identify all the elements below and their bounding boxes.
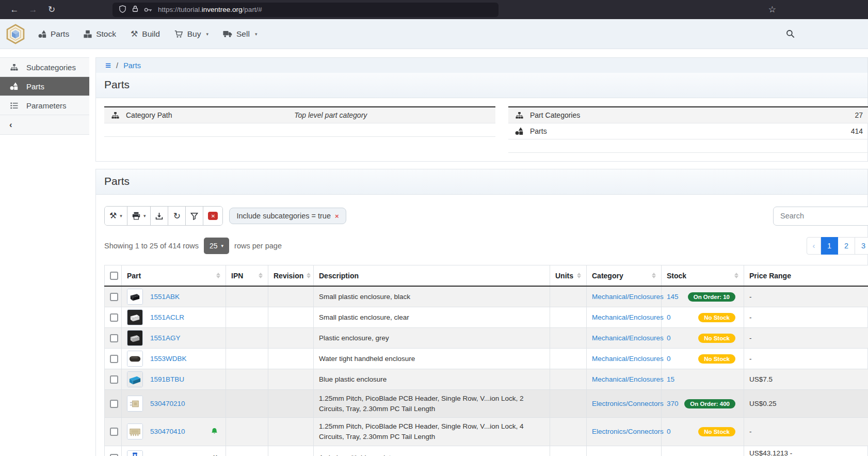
- url-bar[interactable]: https://tutorial.inventree.org/part/#: [112, 3, 499, 17]
- print-button[interactable]: ▾: [127, 207, 151, 225]
- category-link[interactable]: Mechanical/Enclosures: [592, 375, 664, 383]
- description-cell: Small plastic enclosure, black: [314, 286, 550, 307]
- forward-icon[interactable]: →: [24, 5, 42, 15]
- part-thumbnail[interactable]: [127, 289, 143, 305]
- stock-link[interactable]: 15: [667, 375, 674, 383]
- nav-item-buy[interactable]: Buy▾: [174, 29, 208, 39]
- sidebar-item-subcategories[interactable]: Subcategories: [0, 58, 89, 77]
- row-checkbox[interactable]: [110, 454, 118, 456]
- tools-icon: ⚒: [212, 454, 218, 456]
- description-cell: Water tight handheld enclosure: [314, 349, 550, 369]
- part-link[interactable]: 1591BTBU: [150, 375, 184, 383]
- part-thumbnail[interactable]: [127, 330, 143, 346]
- sort-icon[interactable]: [303, 273, 311, 278]
- inventree-logo[interactable]: [5, 24, 26, 44]
- sidebar-item-parts[interactable]: Parts: [0, 77, 89, 96]
- column-label: Units: [555, 272, 573, 280]
- search-input[interactable]: [773, 207, 868, 226]
- page-size-dropdown[interactable]: 25 ▾: [204, 238, 229, 254]
- part-thumbnail[interactable]: [127, 450, 143, 456]
- category-link[interactable]: Electronics/Connectors: [592, 400, 664, 407]
- part-link[interactable]: 1551ACLR: [150, 313, 184, 321]
- refresh-button[interactable]: ↻: [168, 207, 186, 225]
- pagination-prev[interactable]: ‹: [807, 237, 821, 255]
- part-link[interactable]: 1551ABK: [150, 293, 180, 301]
- stock-link[interactable]: 145: [667, 293, 679, 301]
- part-link[interactable]: Blue Chair: [150, 454, 183, 456]
- bookmark-star-icon[interactable]: ☆: [768, 4, 776, 15]
- stock-link[interactable]: 0: [667, 428, 671, 435]
- download-button[interactable]: [151, 207, 168, 225]
- shield-icon[interactable]: [119, 5, 126, 14]
- stock-link[interactable]: 0: [667, 355, 671, 363]
- row-checkbox[interactable]: [110, 428, 118, 436]
- nav-item-build[interactable]: ⚒Build: [131, 29, 160, 39]
- filter-chip: Include subcategories = true ×: [229, 208, 346, 224]
- sort-icon[interactable]: [649, 273, 656, 278]
- stock-link[interactable]: 370: [667, 400, 679, 407]
- column-header-ipn[interactable]: IPN: [226, 265, 268, 287]
- stock-badge: No Stock: [698, 313, 735, 322]
- nav-item-parts[interactable]: Parts: [38, 29, 69, 39]
- category-link[interactable]: Mechanical/Enclosures: [592, 313, 664, 321]
- sidebar-item-label: Subcategories: [26, 63, 76, 72]
- description-cell: Small plastic enclosure, clear: [314, 307, 550, 328]
- part-thumbnail[interactable]: [127, 351, 143, 367]
- shapes-icon: [515, 127, 524, 135]
- ipn-cell: [226, 328, 268, 349]
- search-icon[interactable]: [786, 29, 795, 38]
- part-thumbnail[interactable]: [127, 423, 143, 439]
- category-link[interactable]: Mechanical/Enclosures: [592, 334, 664, 342]
- sort-icon[interactable]: [255, 273, 263, 278]
- category-link[interactable]: Mechanical/Enclosures: [592, 293, 664, 301]
- category-link[interactable]: Furniture/Chairs: [592, 454, 642, 456]
- filter-button[interactable]: [186, 207, 203, 225]
- pagination-page-3[interactable]: 3: [855, 237, 868, 255]
- nav-item-sell[interactable]: Sell▾: [223, 29, 257, 39]
- column-label: Stock: [667, 272, 686, 280]
- sort-icon[interactable]: [731, 273, 738, 278]
- column-header-stock[interactable]: Stock: [662, 265, 744, 287]
- column-header-units[interactable]: Units: [550, 265, 587, 287]
- back-icon[interactable]: ←: [5, 5, 24, 15]
- row-checkbox[interactable]: [110, 313, 118, 322]
- row-checkbox[interactable]: [110, 375, 118, 384]
- select-all-header: [105, 265, 122, 287]
- part-thumbnail[interactable]: [127, 371, 143, 387]
- part-link[interactable]: 1553WDBK: [150, 355, 187, 363]
- stock-link[interactable]: 0: [667, 334, 671, 342]
- pagination-page-2[interactable]: 2: [838, 237, 855, 255]
- menu-icon[interactable]: ≡: [105, 60, 111, 70]
- category-link[interactable]: Electronics/Connectors: [592, 428, 664, 435]
- sidebar-item-parameters[interactable]: Parameters: [0, 96, 89, 115]
- row-checkbox[interactable]: [110, 400, 118, 408]
- select-all-checkbox[interactable]: [110, 272, 118, 280]
- breadcrumb-parts-link[interactable]: Parts: [123, 61, 141, 70]
- table-actions-button[interactable]: ⚒▾: [105, 207, 127, 225]
- clear-filters-button[interactable]: ✕: [203, 207, 222, 225]
- part-thumbnail[interactable]: [127, 396, 143, 412]
- column-header-category[interactable]: Category: [587, 265, 662, 287]
- nav-item-stock[interactable]: Stock: [84, 29, 116, 39]
- part-link[interactable]: 530470210: [150, 400, 185, 407]
- part-link[interactable]: 530470410: [150, 428, 185, 435]
- key-icon[interactable]: [144, 6, 153, 14]
- row-checkbox[interactable]: [110, 293, 118, 301]
- column-header-part[interactable]: Part: [122, 265, 226, 287]
- part-link[interactable]: 1551AGY: [150, 334, 181, 342]
- sort-icon[interactable]: [213, 273, 220, 278]
- category-link[interactable]: Mechanical/Enclosures: [592, 355, 664, 363]
- column-header-revision[interactable]: Revision: [268, 265, 314, 287]
- row-checkbox[interactable]: [110, 355, 118, 363]
- part-thumbnail[interactable]: [127, 309, 143, 325]
- units-cell: [550, 390, 587, 418]
- pagination-page-1[interactable]: 1: [821, 237, 838, 255]
- sidebar-collapse-button[interactable]: ‹: [0, 115, 89, 135]
- stock-link[interactable]: 0: [667, 313, 671, 321]
- reload-icon[interactable]: ↻: [42, 4, 61, 15]
- remove-chip-icon[interactable]: ×: [335, 212, 339, 220]
- sort-icon[interactable]: [574, 273, 581, 278]
- row-checkbox[interactable]: [110, 334, 118, 342]
- lock-icon[interactable]: [132, 5, 139, 14]
- stock-link[interactable]: 14: [667, 454, 674, 456]
